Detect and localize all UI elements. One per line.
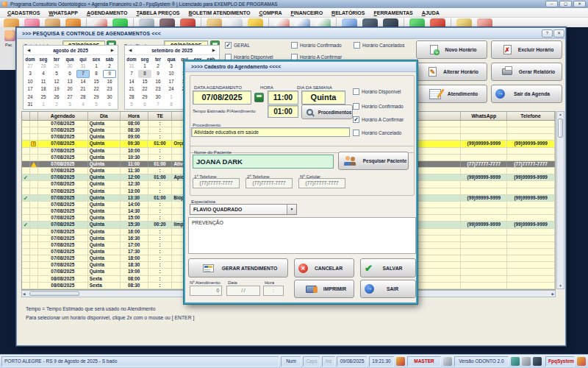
menu-relatórios[interactable]: RELATÓRIOS [327,10,369,15]
column-header[interactable]: Dia [88,112,121,120]
scrollbar-thumb[interactable] [558,118,563,138]
chart-icon[interactable] [342,18,357,27]
checkbox-icon[interactable] [353,130,359,136]
scroll-right-icon[interactable]: ▶ [552,292,554,296]
calendar-day[interactable]: 4 [76,101,90,108]
menu-compra[interactable]: COMPRA [254,10,286,15]
prev-month-icon[interactable]: ◀ [27,48,30,52]
close-icon[interactable]: ✕ [553,29,564,38]
whatsapp-icon[interactable] [112,18,128,27]
folder-open-icon[interactable] [248,18,263,27]
calendar-icon[interactable] [92,18,107,27]
checkbox-icon[interactable] [291,42,298,49]
calendar-day[interactable]: 22 [90,85,103,93]
scroll-up-icon[interactable]: ▲ [557,113,564,116]
people-icon[interactable] [65,18,81,27]
folder-icon[interactable] [207,18,222,27]
restore-icon[interactable]: ▢ [559,1,572,7]
calendar-day[interactable]: 9 [103,70,116,77]
modal-titlebar[interactable]: >>>> Cadastro do Agendamento <<<< [185,62,416,72]
cancelar-button[interactable]: ✕ CANCELAR [294,258,354,277]
calendar-day[interactable]: 6 [103,101,116,108]
tel2-field[interactable]: (77)77777-7777 [245,178,293,188]
filter-horário-confirmado[interactable]: Horário Confirmado [291,42,342,49]
calendar-day[interactable]: 2 [50,101,63,108]
calendar-day[interactable]: 17 [165,78,178,85]
patient-icon[interactable] [4,18,19,27]
tempo-estimado-field[interactable]: 01:00 [268,105,298,118]
calendar-day[interactable]: 23 [151,85,165,93]
card-red-icon[interactable] [274,18,290,27]
calendar-day[interactable]: 30 [63,63,76,70]
procedimento-field[interactable]: Atividade educativa em saúde [191,127,350,137]
calendar-day[interactable]: 31 [24,101,37,108]
calendar-day[interactable]: 30 [103,93,116,101]
calendar-day[interactable]: 29 [90,93,103,101]
calendar-day[interactable]: 28 [76,93,90,101]
calendar-day[interactable]: 1 [90,63,103,70]
block-icon[interactable] [430,18,445,27]
next-month-icon[interactable]: ▶ [111,48,114,52]
calendar-august[interactable]: ◀agosto de 2025▶domsegterquaquisexsáb272… [23,45,118,110]
hora-atendimento-field[interactable]: : [263,286,284,296]
data-atendimento-field[interactable]: / / [226,286,260,296]
calendar-day[interactable]: 29 [138,93,151,101]
calendar-day[interactable]: 31 [125,63,138,70]
calendar-day[interactable]: 3 [24,70,37,77]
menu-tabela-preços[interactable]: TABELA PREÇOS [132,10,184,15]
checkbox-icon[interactable] [354,42,360,49]
celular-field[interactable]: (77)77777-7777 [298,178,345,188]
menu-whatsapp[interactable]: WHATSAPP [44,10,82,15]
calendar-day[interactable]: 23 [103,85,116,93]
close-icon[interactable]: ✕ [573,1,586,7]
calendar-day[interactable]: 16 [103,78,116,85]
filter-horário-cancelados[interactable]: Horário Cancelados [354,42,404,49]
calendar-day[interactable]: 16 [151,78,165,85]
scroll-left-icon[interactable]: ◀ [23,292,25,296]
calendar-day[interactable]: 6 [138,101,151,108]
vault-icon[interactable] [383,18,398,27]
calendar-day[interactable]: 20 [63,85,76,93]
calendar-day[interactable]: 17 [24,85,37,93]
calendar-day[interactable]: 24 [24,93,37,101]
hora-field[interactable]: 11:00 [268,91,298,105]
column-header[interactable] [22,112,30,120]
monitor-icon[interactable] [139,18,154,27]
calendar-day[interactable]: 28 [125,93,138,101]
calendar-day[interactable]: 13 [63,78,76,85]
calendar-day[interactable]: 7 [151,101,165,108]
tel1-field[interactable]: (77)77777-7777 [193,178,240,188]
calendar-day[interactable]: 27 [24,63,37,70]
calendar-day[interactable]: 25 [37,93,50,101]
next-month-icon[interactable]: ▶ [212,48,215,52]
ok-icon[interactable] [409,18,425,27]
calendar-day[interactable]: 5 [50,70,63,77]
calendar-day[interactable]: 27 [63,93,76,101]
calendar-day[interactable]: 31 [76,63,90,70]
filter-geral[interactable]: ✓GERAL [225,42,250,49]
alterar-horário-button[interactable]: ✎Alterar Horário [416,63,487,81]
salvar-button[interactable]: ✔ SALVAR [360,258,416,277]
calendar-day[interactable]: 18 [37,85,50,93]
filter-horário-a-confirmar[interactable]: Horário A Confirmar [291,54,342,60]
calendar-day[interactable]: 2 [151,63,165,70]
help-icon[interactable]: ? [542,29,553,38]
filter-horário-disponível[interactable]: Horário Disponível [225,54,273,60]
documents-icon[interactable] [227,18,243,27]
data-agendamento-field[interactable]: 07/08/2025 [193,91,251,105]
column-header[interactable]: TE [148,112,173,120]
check-horário-a-confirmar[interactable]: ✓Horário A Confirmar [353,116,404,123]
observacao-textarea[interactable]: PREVENÇÃO [188,217,416,254]
calendar-day[interactable]: 1 [165,93,178,101]
calendar-day[interactable]: 3 [165,63,178,70]
calendar-day[interactable]: 3 [63,101,76,108]
calendar-day[interactable]: 26 [50,93,63,101]
calendar-day[interactable]: 8 [90,70,103,77]
column-header[interactable]: WhatsApp [461,112,507,120]
calendar-day[interactable]: 14 [76,78,90,85]
checkbox-icon[interactable] [353,88,359,95]
sair-button[interactable]: → SAIR [360,280,416,298]
calendar-day[interactable]: 11 [37,78,50,85]
calendar-day[interactable]: 10 [165,70,178,77]
checkbox-icon[interactable] [225,54,232,60]
